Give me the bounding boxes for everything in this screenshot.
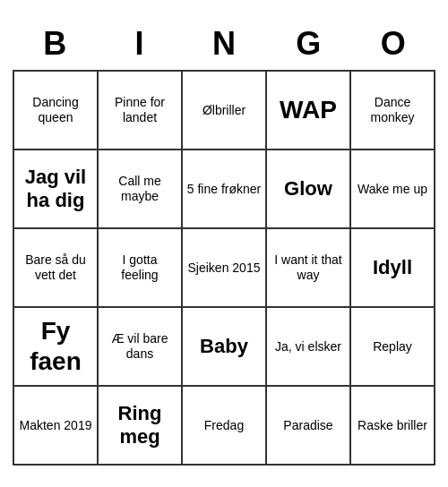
- bingo-cell-2[interactable]: Ølbriller: [183, 72, 267, 150]
- bingo-cell-12[interactable]: Sjeiken 2015: [183, 229, 267, 308]
- bingo-title: B I N G O: [13, 21, 435, 70]
- bingo-cell-0[interactable]: Dancing queen: [14, 72, 99, 150]
- bingo-cell-16[interactable]: Æ vil bare dans: [99, 308, 183, 387]
- title-letter-b: B: [15, 25, 94, 63]
- bingo-cell-8[interactable]: Glow: [267, 150, 351, 229]
- bingo-cell-6[interactable]: Call me maybe: [99, 150, 183, 229]
- bingo-cell-9[interactable]: Wake me up: [351, 150, 435, 229]
- title-letter-g: G: [269, 25, 348, 63]
- bingo-cell-1[interactable]: Pinne for landet: [99, 72, 183, 150]
- bingo-cell-18[interactable]: Ja, vi elsker: [267, 308, 351, 387]
- bingo-grid: Dancing queenPinne for landetØlbrillerWA…: [13, 70, 435, 466]
- bingo-cell-19[interactable]: Replay: [351, 308, 435, 387]
- title-letter-o: O: [354, 25, 433, 63]
- title-letter-i: I: [100, 25, 179, 63]
- bingo-cell-14[interactable]: Idyll: [351, 229, 435, 308]
- bingo-cell-5[interactable]: Jag vil ha dig: [14, 150, 99, 229]
- bingo-cell-11[interactable]: I gotta feeling: [99, 229, 183, 308]
- bingo-cell-15[interactable]: Fy faen: [14, 308, 99, 387]
- bingo-card: B I N G O Dancing queenPinne for landetØ…: [9, 18, 439, 469]
- bingo-cell-13[interactable]: I want it that way: [267, 229, 351, 308]
- bingo-cell-10[interactable]: Bare så du vett det: [14, 229, 99, 308]
- title-letter-n: N: [185, 25, 263, 63]
- bingo-cell-4[interactable]: Dance monkey: [351, 72, 435, 150]
- bingo-cell-7[interactable]: 5 fine frøkner: [183, 150, 267, 229]
- bingo-cell-21[interactable]: Ring meg: [99, 387, 183, 466]
- bingo-cell-3[interactable]: WAP: [267, 72, 351, 150]
- bingo-cell-23[interactable]: Paradise: [267, 387, 351, 466]
- bingo-cell-24[interactable]: Raske briller: [351, 387, 435, 466]
- bingo-cell-22[interactable]: Fredag: [183, 387, 267, 466]
- bingo-cell-17[interactable]: Baby: [183, 308, 267, 387]
- bingo-cell-20[interactable]: Makten 2019: [14, 387, 99, 466]
